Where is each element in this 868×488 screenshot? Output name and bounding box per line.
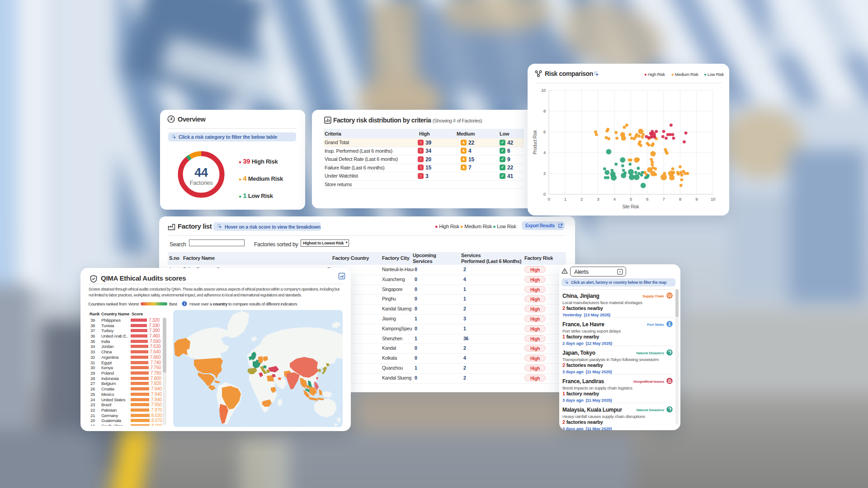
svg-text:2: 2 [543, 171, 546, 176]
svg-text:5: 5 [630, 197, 632, 202]
svg-text:9: 9 [695, 197, 698, 202]
svg-text:1: 1 [564, 197, 566, 202]
svg-text:8: 8 [679, 197, 681, 202]
svg-text:4: 4 [613, 197, 616, 202]
svg-text:10: 10 [541, 88, 546, 93]
svg-text:Product Risk: Product Risk [533, 130, 538, 155]
svg-text:8: 8 [543, 108, 546, 113]
svg-text:4: 4 [543, 150, 546, 155]
svg-text:2: 2 [580, 197, 583, 202]
svg-text:3: 3 [597, 197, 599, 202]
svg-text:0: 0 [543, 192, 546, 197]
svg-text:6: 6 [646, 197, 648, 202]
svg-text:10: 10 [711, 197, 715, 202]
svg-text:0: 0 [547, 197, 550, 202]
svg-text:7: 7 [663, 197, 665, 202]
svg-text:Site Risk: Site Risk [622, 204, 639, 209]
svg-text:6: 6 [543, 129, 546, 134]
